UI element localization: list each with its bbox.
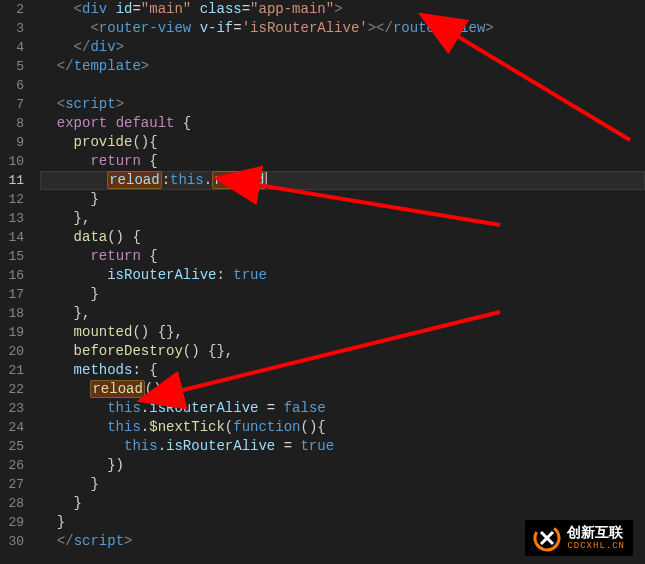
code-line[interactable]: provide(){ (40, 133, 645, 152)
line-number: 19 (0, 323, 24, 342)
logo-subtext: CDCXHL.CN (567, 541, 625, 551)
code-line[interactable]: </template> (40, 57, 645, 76)
line-number: 20 (0, 342, 24, 361)
line-number: 18 (0, 304, 24, 323)
code-line[interactable]: reload(){ (40, 380, 645, 399)
code-line[interactable]: </div> (40, 38, 645, 57)
code-line[interactable]: isRouterAlive: true (40, 266, 645, 285)
line-number: 3 (0, 19, 24, 38)
code-line[interactable]: <div id="main" class="app-main"> (40, 0, 645, 19)
text-cursor (266, 172, 267, 188)
code-line[interactable]: }, (40, 209, 645, 228)
line-number: 14 (0, 228, 24, 247)
line-number: 7 (0, 95, 24, 114)
line-number: 24 (0, 418, 24, 437)
line-number: 11 (0, 171, 24, 190)
code-line-active[interactable]: reload:this.reload (40, 171, 645, 190)
code-line[interactable]: export default { (40, 114, 645, 133)
match-highlight: reload (212, 171, 266, 189)
code-line[interactable]: } (40, 190, 645, 209)
line-number: 9 (0, 133, 24, 152)
code-line[interactable]: <router-view v-if='isRouterAlive'></rout… (40, 19, 645, 38)
code-editor[interactable]: 2 3 4 5 6 7 8 9 10 11 12 13 14 15 16 17 … (0, 0, 645, 564)
watermark-logo: 创新互联 CDCXHL.CN (525, 520, 633, 556)
code-line[interactable]: beforeDestroy() {}, (40, 342, 645, 361)
code-line[interactable]: return { (40, 152, 645, 171)
line-number: 12 (0, 190, 24, 209)
line-number: 6 (0, 76, 24, 95)
match-highlight: reload (90, 380, 144, 398)
line-number: 29 (0, 513, 24, 532)
line-number: 15 (0, 247, 24, 266)
code-line[interactable]: }, (40, 304, 645, 323)
line-number: 5 (0, 57, 24, 76)
code-line[interactable]: } (40, 475, 645, 494)
line-number: 21 (0, 361, 24, 380)
code-line[interactable]: <script> (40, 95, 645, 114)
code-line[interactable]: data() { (40, 228, 645, 247)
code-line[interactable]: } (40, 285, 645, 304)
code-area[interactable]: <div id="main" class="app-main"> <router… (36, 0, 645, 564)
line-number: 28 (0, 494, 24, 513)
line-number: 25 (0, 437, 24, 456)
code-line[interactable] (40, 76, 645, 95)
code-line[interactable]: this.$nextTick(function(){ (40, 418, 645, 437)
line-number: 13 (0, 209, 24, 228)
code-line[interactable]: }) (40, 456, 645, 475)
code-line[interactable]: } (40, 494, 645, 513)
line-number: 8 (0, 114, 24, 133)
line-number: 27 (0, 475, 24, 494)
code-line[interactable]: mounted() {}, (40, 323, 645, 342)
line-number: 26 (0, 456, 24, 475)
code-line[interactable]: this.isRouterAlive = true (40, 437, 645, 456)
code-line[interactable]: this.isRouterAlive = false (40, 399, 645, 418)
match-highlight: reload (107, 171, 161, 189)
logo-icon (533, 524, 561, 552)
logo-text: 创新互联 (567, 525, 625, 540)
line-number-gutter: 2 3 4 5 6 7 8 9 10 11 12 13 14 15 16 17 … (0, 0, 36, 564)
line-number: 17 (0, 285, 24, 304)
line-number: 4 (0, 38, 24, 57)
line-number: 30 (0, 532, 24, 551)
line-number: 10 (0, 152, 24, 171)
code-line[interactable]: return { (40, 247, 645, 266)
line-number: 2 (0, 0, 24, 19)
line-number: 16 (0, 266, 24, 285)
line-number: 23 (0, 399, 24, 418)
code-line[interactable]: methods: { (40, 361, 645, 380)
line-number: 22 (0, 380, 24, 399)
